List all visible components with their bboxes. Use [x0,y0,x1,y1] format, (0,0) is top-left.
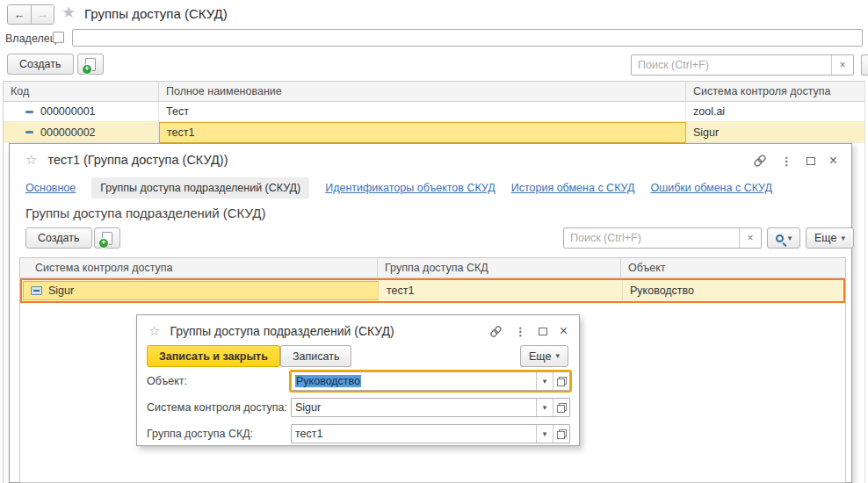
main-search: × [631,54,854,76]
object-field: Руководство ▾ [291,371,570,391]
search-input[interactable] [564,228,739,248]
open-form-icon [557,377,567,386]
window-titlebar: ☆ тест1 (Группа доступа (СКУД)) [25,152,228,168]
maximize-icon[interactable] [539,328,547,335]
save-and-close-button[interactable]: Записать и закрыть [147,345,280,367]
system-field-input[interactable] [292,399,536,416]
favorite-star-icon[interactable]: ☆ [148,323,160,339]
dropdown-button[interactable]: ▾ [536,425,553,443]
access-system-icon [31,286,42,295]
maximize-icon[interactable] [807,157,815,165]
back-button[interactable]: ← [8,5,31,24]
cell-name-selected: тест1 [159,122,686,143]
close-icon[interactable]: × [560,323,568,339]
create-button[interactable]: Создать [7,54,74,75]
edit-dialog: ☆ Группы доступа подразделений (СКУД) ⋮ … [136,314,580,446]
subtable-search: × [563,227,762,249]
more-button-label: Еще [814,232,836,244]
cell-name: Тест [159,102,686,122]
tab-dept-access-groups[interactable]: Группы доступа подразделений (СКУД) [91,177,309,198]
group-field: ▾ [291,424,570,443]
window-title: тест1 (Группа доступа (СКУД)) [47,153,228,167]
history-nav: ← → [7,4,54,25]
new-document-icon [102,232,112,245]
open-form-button[interactable] [553,399,569,416]
list-item-icon [25,111,33,113]
tab-exchange-errors[interactable]: Ошибки обмена с СКУД [650,182,772,194]
cell-code: 000000002 [40,126,96,139]
save-button[interactable]: Записать [280,345,351,367]
cell-system: zool.ai [686,102,864,122]
list-item-icon [25,131,33,133]
system-field: ▾ [291,398,570,417]
column-header-object[interactable]: Объект [621,258,845,278]
close-icon[interactable]: × [829,153,837,169]
cell-code: 000000001 [40,105,96,118]
search-input[interactable] [632,55,831,75]
owner-filter-input[interactable] [72,29,863,47]
more-menu-icon[interactable]: ⋮ [515,325,526,338]
owner-filter-checkbox[interactable] [53,32,64,43]
open-form-icon [557,429,567,439]
create-button[interactable]: Создать [25,227,92,249]
copy-link-icon[interactable] [753,154,767,168]
object-field-value[interactable]: Руководство [295,375,361,387]
page-title: Группы доступа (СКУД) [84,6,228,21]
column-header-system[interactable]: Система контроля доступа [20,258,378,278]
favorite-star-icon[interactable]: ★ [61,3,76,22]
owner-filter-label: Владелец: [5,32,59,45]
cell-group: тест1 [380,280,623,301]
group-field-input[interactable] [292,425,536,443]
more-button[interactable]: Еще ▾ [520,345,568,367]
more-button[interactable]: Еще ▾ [806,227,854,249]
favorite-star-icon[interactable]: ☆ [25,152,37,168]
table-header: Код Полное наименование Система контроля… [4,82,864,102]
dropdown-button[interactable]: ▾ [536,399,553,416]
chevron-down-icon: ▾ [788,234,792,242]
window-title: Группы доступа подразделений (СКУД) [170,324,394,338]
clipped-edge-button[interactable] [861,54,868,76]
open-form-button[interactable] [553,425,569,443]
system-field-label: Система контроля доступа: [147,398,287,417]
search-icon [776,234,784,242]
create-new-item-button[interactable] [94,227,120,249]
table-header: Система контроля доступа Группа доступа … [20,258,845,278]
open-form-icon [557,403,567,413]
table-row[interactable]: 000000001 Тест zool.ai [4,102,864,122]
object-field-label: Объект: [147,371,187,391]
tab-object-identifiers[interactable]: Идентификаторы объектов СКУД [325,182,495,194]
cell-object: Руководство [623,280,843,301]
chevron-down-icon: ▾ [841,234,845,242]
tab-main[interactable]: Основное [25,182,76,194]
forward-button[interactable]: → [31,5,54,24]
tab-exchange-history[interactable]: История обмена с СКУД [511,182,635,194]
dropdown-button[interactable]: ▾ [536,372,553,390]
column-header-name[interactable]: Полное наименование [159,82,686,101]
column-header-group[interactable]: Группа доступа СКД [378,258,621,278]
more-button-label: Еще [529,350,551,363]
group-field-label: Группа доступа СКД: [147,424,253,443]
window-titlebar: ☆ Группы доступа подразделений (СКУД) [148,323,394,339]
table-row-selected[interactable]: 000000002 тест1 Sigur [4,122,864,143]
cell-system-selected: Sigur [23,281,379,300]
search-options-button[interactable]: ▾ [767,227,800,249]
chevron-down-icon: ▾ [555,352,560,360]
column-header-code[interactable]: Код [4,82,159,101]
new-document-icon [85,58,96,71]
column-header-system[interactable]: Система контроля доступа [686,82,864,101]
create-new-item-button[interactable] [77,54,104,75]
more-menu-icon[interactable]: ⋮ [781,155,792,168]
cell-system: Sigur [686,122,864,143]
section-title: Группы доступа подразделений (СКУД) [25,205,266,220]
clear-search-icon[interactable]: × [831,55,853,75]
card-tabs: Основное Группы доступа подразделений (С… [25,177,772,198]
copy-link-icon[interactable] [489,325,503,338]
table-row-selected[interactable]: Sigur тест1 Руководство [20,278,845,303]
clear-search-icon[interactable]: × [739,228,761,248]
open-form-button[interactable] [553,372,569,390]
